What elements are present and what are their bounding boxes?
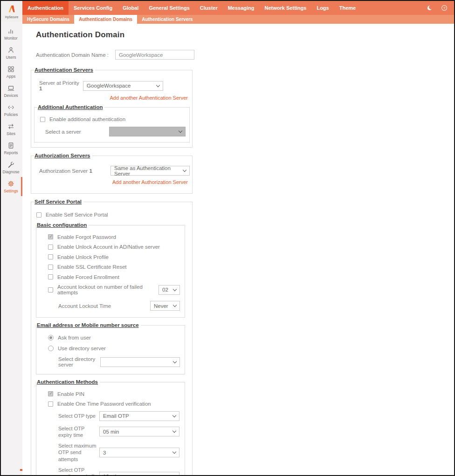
topnav-item-authentication[interactable]: Authentication	[22, 1, 69, 15]
enable-additional-authentication-checkbox[interactable]	[40, 117, 45, 122]
sub-navigation: HySecure Domains Authentication Domains …	[22, 15, 454, 24]
select-directory-server-label: Select directory server	[58, 356, 100, 367]
select-value: 05 min	[103, 429, 119, 435]
account-lockout-time-label: Account Lockout Time	[58, 303, 150, 309]
checkbox-label: Enable Forced Enrollment	[57, 274, 119, 280]
select-otp-cooloff-label: Select OTP sending cool off time	[58, 467, 99, 475]
additional-authentication-fieldset: Additional Authentication Enable additio…	[34, 104, 190, 143]
users-icon	[7, 46, 15, 54]
topnav-label: Logs	[317, 5, 329, 11]
devices-laptop-icon	[7, 84, 15, 92]
sidebar-item-diagnose[interactable]: Diagnose	[1, 158, 22, 177]
sidebar-item-monitor[interactable]: Monitor	[1, 24, 22, 43]
enable-forced-enrollment-checkbox[interactable]	[48, 274, 53, 279]
brand-logo-block[interactable]: HySecure	[1, 1, 22, 22]
topnav-item-global[interactable]: Global	[117, 1, 144, 15]
sidebar-item-label: Users	[6, 55, 16, 60]
checkbox-label: Enable additional authentication	[49, 116, 125, 122]
subnav-tab-authentication-servers[interactable]: Authentication Servers	[137, 15, 197, 24]
enable-otp-verification-checkbox[interactable]	[48, 401, 53, 407]
select-otp-cooloff-row: Select OTP sending cool off time 10 min	[58, 467, 180, 475]
topnav-item-services-config[interactable]: Services Config	[69, 1, 117, 15]
sidebar-item-devices[interactable]: Devices	[1, 82, 22, 101]
server-priority-label: Server at Priority 1	[39, 80, 83, 91]
enable-forgot-password-checkbox[interactable]	[48, 234, 53, 239]
sidebar-item-label: Settings	[4, 189, 18, 193]
ask-from-user-radio[interactable]	[48, 335, 54, 340]
checkbox-label: Enable Unlock Profile	[57, 254, 109, 260]
select-value: Same as Authentication Server	[114, 165, 183, 177]
chevron-down-icon	[156, 83, 160, 87]
subnav-tab-authentication-domains[interactable]: Authentication Domains	[74, 15, 137, 24]
select-otp-type-label: Select OTP type	[58, 413, 99, 419]
chevron-down-icon	[179, 129, 182, 133]
main-content: Authentication Domain Authentication Dom…	[22, 24, 454, 475]
use-directory-server-radio[interactable]	[48, 346, 54, 351]
select-value: 3	[103, 450, 106, 456]
topnav-item-general-settings[interactable]: General Settings	[144, 1, 194, 15]
sidebar-item-sites[interactable]: Sites	[1, 120, 22, 139]
sidebar-item-policies[interactable]: Policies	[1, 101, 22, 120]
failed-attempts-select[interactable]: 02	[159, 285, 180, 295]
enable-pin-checkbox[interactable]	[48, 391, 53, 396]
max-otp-attempts-select[interactable]: 3	[99, 448, 179, 457]
enable-forced-enrollment-row: Enable Forced Enrollment	[48, 274, 180, 280]
top-navigation: Authentication Services Config Global Ge…	[22, 1, 454, 15]
select-directory-server-select[interactable]	[100, 357, 180, 367]
topnav-item-cluster[interactable]: Cluster	[195, 1, 223, 15]
otp-cooloff-select[interactable]: 10 min	[99, 472, 179, 475]
subnav-tab-hysecure-domains[interactable]: HySecure Domains	[22, 15, 74, 24]
topnav-item-network-settings[interactable]: Network Settings	[260, 1, 312, 15]
sidebar-item-users[interactable]: Users	[1, 43, 22, 62]
enable-self-service-portal-checkbox[interactable]	[36, 212, 41, 218]
subnav-label: Authentication Domains	[79, 17, 132, 22]
select-max-otp-attempts-label: Select maximum OTP send attempts	[58, 442, 99, 462]
add-authorization-server-link[interactable]: Add another Authorization Server	[34, 179, 188, 185]
enable-unlock-profile-checkbox[interactable]	[48, 254, 53, 259]
account-lockout-time-select[interactable]: Never	[150, 301, 180, 311]
sidebar-item-label: Apps	[7, 74, 15, 79]
email-mobile-source-fieldset: Email address or Mobile number source As…	[36, 322, 185, 374]
monitor-icon	[7, 27, 15, 35]
server-priority-select[interactable]: GoogleWorkspace	[83, 81, 163, 91]
enable-unlock-account-checkbox[interactable]	[48, 245, 53, 250]
authentication-servers-legend: Authentication Servers	[34, 67, 95, 73]
topnav-label: Cluster	[200, 5, 218, 11]
topnav-item-theme[interactable]: Theme	[334, 1, 361, 15]
checkbox-label: Enable Unlock Account in AD/Native serve…	[57, 244, 160, 250]
authorization-server-label: Authorization Server 1	[39, 168, 110, 174]
sidebar-item-settings[interactable]: Settings	[1, 177, 22, 196]
enable-ssl-certificate-reset-checkbox[interactable]	[48, 265, 53, 270]
help-icon[interactable]: ?	[441, 4, 448, 12]
select-value: Email OTP	[103, 413, 129, 419]
sidebar: Monitor Users Apps Devices Policies Site…	[1, 22, 22, 475]
domain-name-input[interactable]	[115, 50, 194, 60]
authorization-server-select[interactable]: Same as Authentication Server	[110, 166, 190, 176]
subnav-label: HySecure Domains	[27, 17, 69, 22]
chevron-down-icon	[172, 450, 176, 454]
checkbox-label: Enable Forgot Password	[57, 234, 116, 240]
account-lockout-label: Account lockout on number of failed atte…	[57, 284, 159, 295]
sidebar-item-label: Diagnose	[3, 170, 20, 174]
account-lockout-checkbox[interactable]	[48, 287, 53, 292]
sidebar-item-apps[interactable]: Apps	[1, 62, 22, 82]
select-a-server-select	[109, 127, 186, 136]
radio-label: Ask from user	[58, 335, 91, 340]
account-lockout-row: Account lockout on number of failed atte…	[48, 284, 180, 295]
sidebar-item-reports[interactable]: Reports	[1, 139, 22, 158]
topnav-item-logs[interactable]: Logs	[311, 1, 334, 15]
server-priority-row: Server at Priority 1 GoogleWorkspace	[39, 80, 190, 91]
svg-text:?: ?	[443, 6, 445, 10]
settings-gear-icon	[7, 180, 15, 188]
use-directory-server-row: Use directory server	[48, 346, 180, 351]
add-authentication-server-link[interactable]: Add another Authentication Server	[34, 95, 188, 101]
topnav-item-messaging[interactable]: Messaging	[223, 1, 260, 15]
otp-type-select[interactable]: Email OTP	[99, 411, 179, 421]
select-otp-type-row: Select OTP type Email OTP	[58, 411, 180, 421]
authentication-methods-fieldset: Authentication Methods Enable PIN Enable…	[36, 379, 185, 475]
select-directory-server-row: Select directory server	[58, 356, 180, 367]
otp-expiry-select[interactable]: 05 min	[99, 427, 179, 436]
dark-mode-moon-icon[interactable]	[426, 5, 433, 12]
topnav-label: Global	[123, 5, 138, 11]
reports-document-icon	[7, 142, 15, 150]
